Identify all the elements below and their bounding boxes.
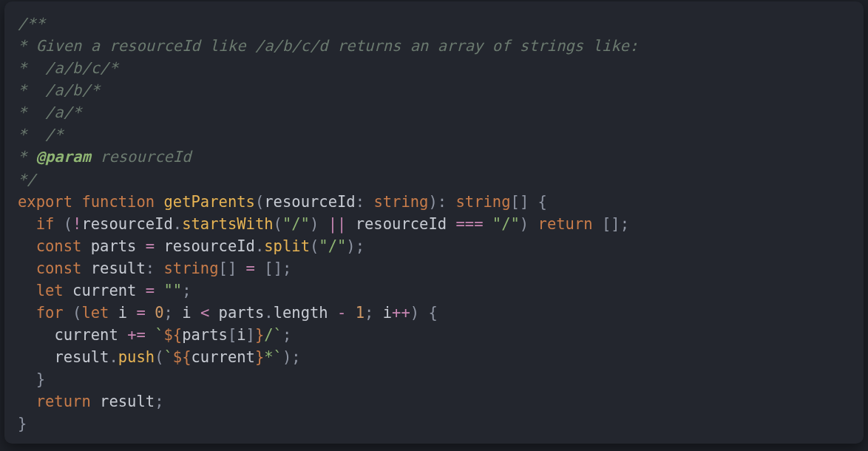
lparen: ( <box>64 215 72 233</box>
dot: . <box>109 348 118 366</box>
lbrack: [ <box>511 193 520 211</box>
id: resourceId <box>356 215 447 233</box>
semi: ; <box>282 326 291 344</box>
rbrack: ] <box>246 326 255 344</box>
kw-return: return <box>36 393 91 410</box>
string: "" <box>164 282 183 299</box>
template-open: ${ <box>164 326 183 344</box>
op-eq: = <box>246 260 255 277</box>
comment-line: * /a/b/c/* <box>18 59 118 77</box>
semi: ; <box>365 304 373 322</box>
space <box>255 260 264 277</box>
template-close: } <box>255 348 264 366</box>
lparen: ( <box>310 237 319 255</box>
param: resourceId <box>264 193 355 211</box>
op-not: ! <box>72 215 81 233</box>
rparen: ) <box>410 304 419 322</box>
space <box>81 260 90 277</box>
kw-return: return <box>538 215 593 233</box>
id: parts <box>91 237 137 255</box>
space <box>447 193 455 211</box>
id: resourceId <box>81 215 172 233</box>
method: push <box>118 348 155 366</box>
semi: ; <box>620 215 629 233</box>
id: result <box>100 393 155 410</box>
rbrack: ] <box>520 193 529 211</box>
kw-for: for <box>36 304 64 322</box>
comment-line: /** <box>18 15 45 33</box>
op-lt: < <box>200 304 209 322</box>
string: "/" <box>319 237 346 255</box>
semi: ; <box>155 393 163 410</box>
space <box>447 215 455 233</box>
property: length <box>274 304 328 322</box>
id: resourceId <box>164 237 255 255</box>
dot: . <box>264 304 273 322</box>
id: parts <box>182 326 228 344</box>
space <box>319 215 328 233</box>
kw-function: function <box>81 193 155 211</box>
lbrack: [ <box>602 215 611 233</box>
indent <box>18 215 36 233</box>
comment-line: */ <box>18 171 36 189</box>
space <box>64 282 72 299</box>
op-seq: === <box>455 215 483 233</box>
indent <box>18 304 36 322</box>
indent <box>18 260 36 277</box>
dot: . <box>173 215 182 233</box>
op-eq: = <box>146 282 155 299</box>
kw-let: let <box>36 282 64 299</box>
string-tail: /` <box>264 326 282 344</box>
space <box>146 304 155 322</box>
kw-if: if <box>36 215 55 233</box>
space <box>155 282 163 299</box>
space <box>237 260 245 277</box>
kw-const: const <box>36 237 82 255</box>
space <box>91 393 100 410</box>
rbrace: } <box>36 370 45 388</box>
type-string: string <box>164 260 219 277</box>
space <box>419 304 428 322</box>
method: startsWith <box>182 215 273 233</box>
template-open: ${ <box>173 348 191 366</box>
semi: ; <box>282 260 291 277</box>
comment-line: * /a/b/* <box>18 81 100 99</box>
string-tail: *` <box>264 348 282 366</box>
type-string: string <box>455 193 510 211</box>
kw-const: const <box>36 260 82 277</box>
rbrack: ] <box>274 260 282 277</box>
lbrace: { <box>428 304 437 322</box>
space <box>136 282 145 299</box>
rbrack: ] <box>611 215 620 233</box>
space <box>173 304 182 322</box>
space <box>54 215 63 233</box>
space <box>72 193 81 211</box>
colon: : <box>438 193 447 211</box>
indent <box>18 326 54 344</box>
comment-line: * /a/* <box>18 104 81 121</box>
semi: ; <box>291 348 300 366</box>
space <box>373 304 382 322</box>
op-eq: = <box>146 237 155 255</box>
lbrack: [ <box>219 260 228 277</box>
indent <box>18 393 36 410</box>
space <box>346 304 355 322</box>
rbrack: ] <box>228 260 237 277</box>
space <box>191 304 200 322</box>
code-block: /** * Given a resourceId like /a/b/c/d r… <box>4 1 864 444</box>
kw-export: export <box>18 193 72 211</box>
lbrack: [ <box>228 326 237 344</box>
id: parts <box>219 304 265 322</box>
rbrace: } <box>18 415 27 433</box>
lbrack: [ <box>264 260 273 277</box>
space <box>529 193 538 211</box>
string: "/" <box>492 215 520 233</box>
rparen: ) <box>346 237 355 255</box>
comment-line: * Given a resourceId like /a/b/c/d retur… <box>18 37 638 55</box>
fn-name: getParents <box>164 193 255 211</box>
space <box>155 237 163 255</box>
semi: ; <box>164 304 173 322</box>
space <box>209 304 218 322</box>
space <box>483 215 492 233</box>
rparen: ) <box>282 348 291 366</box>
